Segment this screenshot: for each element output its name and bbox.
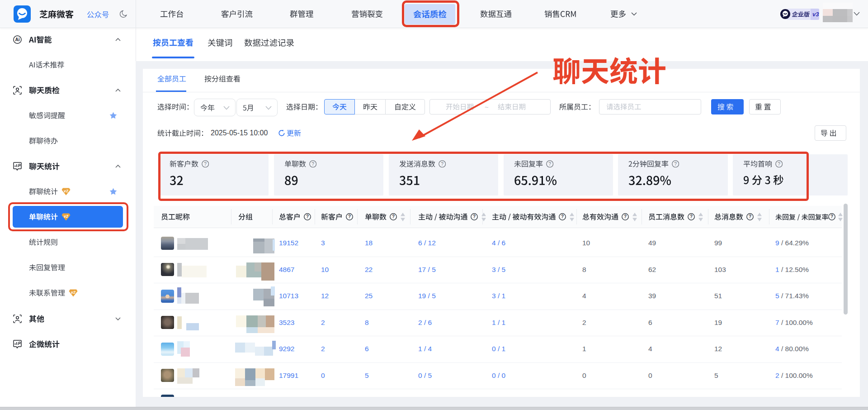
svg-text:v2: v2: [64, 188, 68, 193]
svg-text:?: ?: [348, 214, 351, 219]
svg-text:?: ?: [690, 214, 693, 219]
svg-text:?: ?: [473, 214, 476, 219]
svg-text:?: ?: [830, 214, 833, 219]
svg-text:v2: v2: [71, 290, 75, 294]
svg-text:?: ?: [306, 214, 309, 219]
svg-text:?: ?: [749, 214, 751, 219]
svg-text:?: ?: [561, 214, 564, 219]
svg-text:?: ?: [624, 214, 627, 219]
svg-text:Ai: Ai: [15, 37, 20, 42]
svg-text:?: ?: [392, 214, 395, 219]
